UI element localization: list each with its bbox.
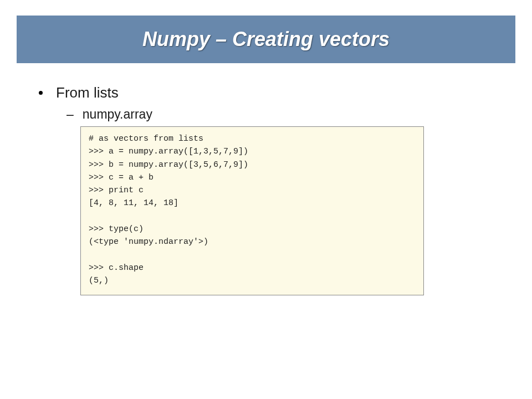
slide-title: Numpy – Creating vectors (142, 28, 390, 50)
bullet-item: From lists (33, 84, 499, 101)
dash-icon: – (66, 107, 74, 122)
sub-bullet-item: – numpy.array (66, 107, 499, 122)
slide-content: From lists – numpy.array # as vectors fr… (0, 63, 532, 295)
code-block: # as vectors from lists >>> a = numpy.ar… (80, 126, 424, 295)
sub-bullet-text: numpy.array (83, 107, 152, 122)
slide-title-bar: Numpy – Creating vectors (17, 16, 515, 63)
bullet-text: From lists (56, 84, 119, 101)
bullet-icon (39, 91, 43, 95)
